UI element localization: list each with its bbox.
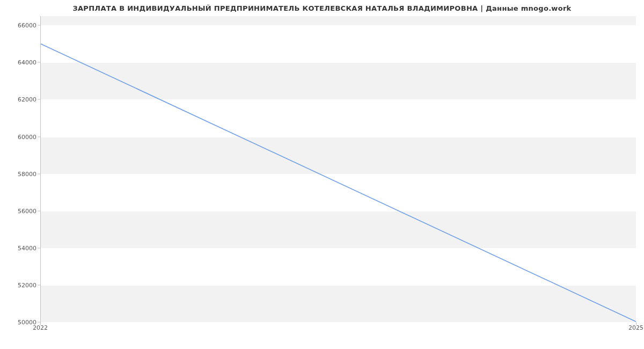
chart-container: ЗАРПЛАТА В ИНДИВИДУАЛЬНЫЙ ПРЕДПРИНИМАТЕЛ…	[0, 0, 644, 349]
grid-line	[41, 322, 636, 323]
x-tick-label: 2022	[33, 324, 48, 331]
y-tick-label: 62000	[4, 96, 36, 103]
y-tick-label: 64000	[4, 59, 36, 66]
y-tick-label: 52000	[4, 281, 36, 288]
x-tick-label: 2025	[628, 324, 643, 331]
plot-area	[40, 16, 636, 322]
y-tick-label: 58000	[4, 170, 36, 177]
chart-title: ЗАРПЛАТА В ИНДИВИДУАЛЬНЫЙ ПРЕДПРИНИМАТЕЛ…	[0, 4, 644, 12]
y-tick-label: 60000	[4, 133, 36, 140]
line-layer	[41, 16, 636, 322]
y-tick-label: 66000	[4, 22, 36, 29]
x-tick-mark	[636, 322, 636, 325]
series-line	[41, 44, 636, 322]
y-tick-label: 56000	[4, 207, 36, 214]
y-tick-label: 54000	[4, 244, 36, 251]
y-tick-label: 50000	[4, 319, 36, 326]
